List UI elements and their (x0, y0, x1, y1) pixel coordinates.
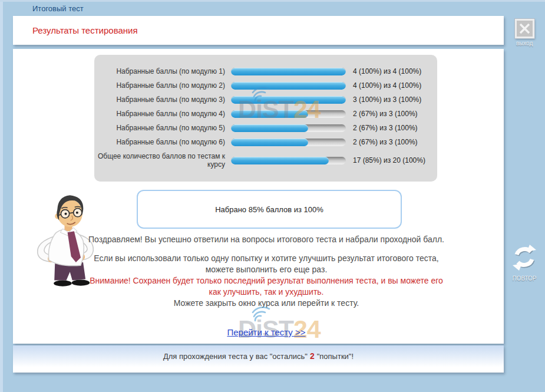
result-row-label: Набранные баллы (по модулю 3) (94, 95, 225, 104)
link-row: Перейти к тесту >> (88, 327, 444, 338)
score-summary-box: Набрано 85% баллов из 100% (137, 190, 402, 229)
progress-bar-track (231, 82, 346, 90)
result-row-value: 17 (85%) из 20 (100%) (353, 156, 425, 164)
result-row-value: 2 (67%) из 3 (100%) (353, 124, 418, 132)
result-row-value: 2 (67%) из 3 (100%) (353, 138, 418, 146)
progress-bar-track (231, 110, 346, 118)
left-edge-strip (0, 0, 3, 392)
attempts-footer-bar: Для прохождения теста у вас "остались"2"… (13, 345, 504, 373)
result-messages: Поздравляем! Вы успешно ответили на вопр… (88, 234, 444, 309)
progress-bar-track (231, 139, 346, 146)
page-title: Результаты тестирования (32, 16, 138, 45)
result-row-value: 3 (100%) из 3 (100%) (353, 95, 421, 104)
result-row-label: Набранные баллы (по модулю 4) (94, 110, 225, 118)
progress-bar-fill (231, 157, 329, 164)
progress-bar-track (231, 157, 346, 164)
result-row-value: 4 (100%) из 4 (100%) (353, 67, 421, 75)
result-row-label: Общее количество баллов по тестам к курс… (94, 152, 225, 169)
progress-bar-fill (231, 96, 346, 104)
result-row-label: Набранные баллы (по модулю 6) (94, 138, 225, 146)
retry-info-message: Если вы использовали только одну попытку… (88, 253, 444, 275)
progress-bar-track (231, 124, 346, 132)
attempts-message: Для прохождения теста у вас "остались"2"… (163, 351, 354, 361)
progress-bar-fill (231, 68, 346, 75)
repeat-arrows-icon (510, 244, 539, 271)
exit-button-label: выход (514, 40, 535, 47)
result-row: Набранные баллы (по модулю 2) 4 (100%) и… (94, 78, 437, 93)
progress-bar-track (231, 68, 346, 75)
score-summary-text: Набрано 85% баллов из 100% (215, 205, 323, 214)
repeat-button-label: ПОВТОР (509, 275, 540, 282)
result-row: Набранные баллы (по модулю 1) 4 (100%) и… (94, 64, 437, 78)
result-row-label: Набранные баллы (по модулю 1) (94, 67, 225, 75)
congrats-message: Поздравляем! Вы успешно ответили на вопр… (88, 234, 444, 245)
progress-bar-track (231, 96, 346, 104)
window-title: Итоговый тест (32, 4, 84, 13)
close-info-message: Можете закрыть окно курса или перейти к … (88, 298, 444, 309)
progress-bar-fill (231, 124, 308, 132)
close-icon[interactable] (515, 19, 534, 38)
results-rows: Набранные баллы (по модулю 1) 4 (100%) и… (94, 55, 437, 182)
result-row-value: 4 (100%) из 4 (100%) (353, 81, 421, 90)
result-row-label: Набранные баллы (по модулю 5) (94, 124, 225, 132)
application-window: Итоговый тест Результаты тестирования На… (0, 0, 545, 392)
top-edge-strip (0, 0, 545, 2)
result-row: Набранные баллы (по модулю 5) 2 (67%) из… (94, 121, 437, 135)
result-row-label: Набранные баллы (по модулю 2) (94, 81, 225, 90)
go-to-test-link[interactable]: Перейти к тесту >> (227, 327, 305, 337)
progress-bar-fill (231, 139, 308, 146)
result-row: Набранные баллы (по модулю 3) 3 (100%) и… (94, 93, 437, 107)
warning-message: Внимание! Сохранен будет только последни… (88, 275, 444, 298)
result-row-value: 2 (67%) из 3 (100%) (353, 110, 418, 118)
result-row: Набранные баллы (по модулю 6) 2 (67%) из… (94, 135, 437, 149)
progress-bar-fill (231, 82, 346, 90)
progress-bar-fill (231, 110, 308, 118)
results-main-panel: Набранные баллы (по модулю 1) 4 (100%) и… (13, 49, 504, 344)
repeat-button[interactable]: ПОВТОР (509, 244, 540, 282)
exit-button[interactable]: выход (514, 19, 535, 47)
result-row: Набранные баллы (по модулю 4) 2 (67%) из… (94, 107, 437, 121)
attempts-count: 2 (310, 351, 315, 361)
result-row: Общее количество баллов по тестам к курс… (94, 149, 437, 172)
header-panel: Результаты тестирования (13, 16, 504, 45)
